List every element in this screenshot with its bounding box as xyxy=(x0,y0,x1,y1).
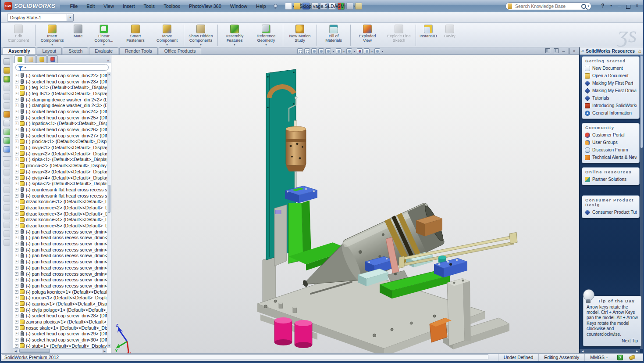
expand-icon[interactable]: + xyxy=(15,74,18,77)
help-icon[interactable]: ? xyxy=(599,2,606,10)
expand-icon[interactable]: + xyxy=(15,218,18,221)
dropdown-caret-icon[interactable]: ▾ xyxy=(354,50,355,53)
tree-item[interactable]: +zavrsna plocica<1> (Default<<Default>_D xyxy=(13,319,107,325)
menu-photoview-360[interactable]: PhotoView 360 xyxy=(185,2,225,10)
expand-icon[interactable]: + xyxy=(15,200,18,203)
collapse-pane-icon[interactable]: « xyxy=(581,48,584,54)
expand-icon[interactable]: + xyxy=(15,344,18,348)
scroll-right-icon[interactable]: ▶ xyxy=(102,349,107,353)
left-toolbar-solid-rib-icon[interactable] xyxy=(4,195,10,202)
tree-vscroll-thumb[interactable] xyxy=(108,185,110,213)
tab-render-tools[interactable]: Render Tools xyxy=(119,47,158,54)
pane-scroll-right-icon[interactable]: ▶ xyxy=(635,349,639,353)
menu-help[interactable]: Help xyxy=(252,2,270,10)
expand-icon[interactable]: + xyxy=(15,320,18,323)
ribbon-move-component-button[interactable]: Move Component▾ xyxy=(151,24,183,47)
expand-icon[interactable]: + xyxy=(15,104,18,107)
taskpane-link-customer-portal[interactable]: Customer Portal xyxy=(582,131,639,139)
menu-file[interactable]: File xyxy=(66,2,82,10)
expand-icon[interactable]: + xyxy=(15,110,18,113)
tree-item[interactable]: +(-) civija<2> (Default<<Default>_Displa… xyxy=(13,151,107,157)
left-toolbar-solid-wrap-icon[interactable] xyxy=(4,204,10,211)
tree-item[interactable]: +drzac kocnice<1> (Default<<Default>_Di xyxy=(13,198,107,205)
expand-icon[interactable]: + xyxy=(15,338,18,341)
expand-icon[interactable]: + xyxy=(15,278,18,281)
display-state-caret-icon[interactable]: ▾ xyxy=(67,14,73,21)
tree-item[interactable]: +(-) socket head cap screw_din<23> (DIN … xyxy=(13,79,107,85)
tree-item[interactable]: +(-) socket head cap screw_din<26> (DIN … xyxy=(13,126,107,133)
tab-assembly[interactable]: Assembly xyxy=(3,47,36,54)
tree-item[interactable]: +(-) socket head cap screw_din<25> (DIN … xyxy=(13,115,107,121)
viewport-canvas[interactable]: Z Y X xyxy=(111,55,581,353)
annotation-tag-icon[interactable] xyxy=(629,354,636,360)
search-icon[interactable] xyxy=(581,4,586,9)
doc-split-icon[interactable] xyxy=(554,48,559,53)
expand-icon[interactable]: + xyxy=(15,122,18,125)
tree-item[interactable]: +(-) sipka<2> (Default<<Default>_Display xyxy=(13,180,107,187)
tree-item[interactable]: +(-) civija<1> (Default<<Default>_Displa… xyxy=(13,144,107,151)
expand-icon[interactable]: + xyxy=(15,134,18,137)
left-toolbar-solid-base-icon[interactable] xyxy=(4,239,10,246)
tree-item[interactable]: +(-) teg II<1> (Default<<Default>_Displa… xyxy=(13,90,107,97)
ribbon-exploded-view-button[interactable]: Exploded View xyxy=(352,24,383,47)
hide-show-items-icon[interactable] xyxy=(346,48,352,54)
left-toolbar-document-icon[interactable] xyxy=(4,58,10,65)
home-icon[interactable]: ⌂ xyxy=(638,48,641,54)
expand-icon[interactable]: + xyxy=(15,290,18,294)
expand-icon[interactable]: + xyxy=(15,194,18,198)
left-toolbar-reference-star-icon[interactable] xyxy=(4,129,10,135)
expand-icon[interactable]: + xyxy=(15,296,18,299)
expand-icon[interactable]: + xyxy=(15,254,18,257)
tree-item[interactable]: +(-) sipka<1> (Default<<Default>_Display xyxy=(13,157,107,163)
rebuild-icon[interactable] xyxy=(338,3,345,10)
left-toolbar-appearance-icon[interactable] xyxy=(4,76,10,83)
ribbon-reference-geometry-button[interactable]: Reference Geometry▾ xyxy=(250,24,282,47)
status-mmgs[interactable]: MMGS▴ xyxy=(584,354,613,361)
tree-item[interactable]: +(-) plocica<1> (Default<<Default>_Displ… xyxy=(13,139,107,145)
tree-item[interactable]: +(-) countersunk flat head cross recess … xyxy=(13,193,107,199)
tree-horizontal-scrollbar[interactable]: ◀ ▶ xyxy=(13,348,107,353)
tree-item[interactable]: +(-) socket head cap screw_din<27> (DIN … xyxy=(13,133,107,139)
display-style-icon[interactable] xyxy=(336,48,342,54)
search-dropdown-caret-icon[interactable]: ▾ xyxy=(587,4,589,8)
options-icon[interactable]: ▾ xyxy=(346,3,353,10)
tree-item[interactable]: +(-) socket head cap screw_din<24> (DIN … xyxy=(13,108,107,115)
left-toolbar-folder-icon[interactable] xyxy=(4,67,10,74)
tree-item[interactable]: +nosac skale<1> (Default<<Default>_Displ xyxy=(13,325,107,331)
tree-item[interactable]: +(-) countersunk flat head cross recess … xyxy=(13,187,107,193)
left-toolbar-solid-chamfer-icon[interactable] xyxy=(4,169,10,176)
tree-item[interactable]: +drzac kocnice<2> (Default<<Default>_Di xyxy=(13,205,107,211)
left-toolbar-solid-fillet-icon[interactable] xyxy=(4,160,10,167)
left-toolbar-solid-pattern-icon[interactable] xyxy=(4,230,10,237)
taskpane-link-discussion-forum[interactable]: Discussion Forum xyxy=(582,146,639,154)
task-pane-scrollbar[interactable] xyxy=(640,55,643,349)
left-toolbar-print-icon[interactable] xyxy=(4,85,10,91)
dropdown-caret-icon[interactable]: ▾ xyxy=(343,50,345,53)
expand-icon[interactable]: + xyxy=(15,326,18,330)
ribbon-new-motion-study-button[interactable]: New Motion Study xyxy=(284,24,316,47)
menu-tools[interactable]: Tools xyxy=(139,2,159,10)
menu-insert[interactable]: Insert xyxy=(119,2,139,10)
menu-view[interactable]: View xyxy=(100,2,118,10)
tab-configuration-manager[interactable] xyxy=(36,55,47,63)
new-document-icon[interactable]: ▾ xyxy=(285,3,292,10)
tree-hscroll-thumb[interactable] xyxy=(19,349,50,353)
expand-icon[interactable]: + xyxy=(15,182,18,185)
search-input[interactable] xyxy=(514,3,581,9)
tree-item[interactable]: +plocica<2> (Default<<Default>_Display S xyxy=(13,162,107,169)
doc-minimize-button[interactable]: – xyxy=(562,48,565,54)
scroll-down-icon[interactable]: ▼ xyxy=(107,344,111,348)
taskpane-link-consumer-product-tutorials[interactable]: Consumer Product Tutorials xyxy=(582,208,639,216)
ribbon-mate-button[interactable]: Mate xyxy=(68,24,88,47)
open-icon[interactable] xyxy=(294,3,301,10)
tree-overflow-chevron-icon[interactable]: » xyxy=(107,58,109,63)
expand-icon[interactable]: + xyxy=(15,236,18,239)
tree-item[interactable]: +(-) pan head cross recess screw_dmin<15… xyxy=(13,283,107,289)
tree-item[interactable]: +(-) socket head cap screw_din<30> (DIN … xyxy=(13,337,107,343)
tab-office-products[interactable]: Office Products xyxy=(159,47,202,54)
left-toolbar-box-orange-icon[interactable] xyxy=(4,111,10,118)
taskpane-link-user-groups[interactable]: User Groups xyxy=(582,139,639,146)
expand-icon[interactable]: + xyxy=(15,116,18,119)
taskpane-link-technical-alerts-news[interactable]: Technical Alerts & News xyxy=(582,154,639,161)
ribbon-smart-fasteners-button[interactable]: Smart Fasteners xyxy=(120,24,151,47)
